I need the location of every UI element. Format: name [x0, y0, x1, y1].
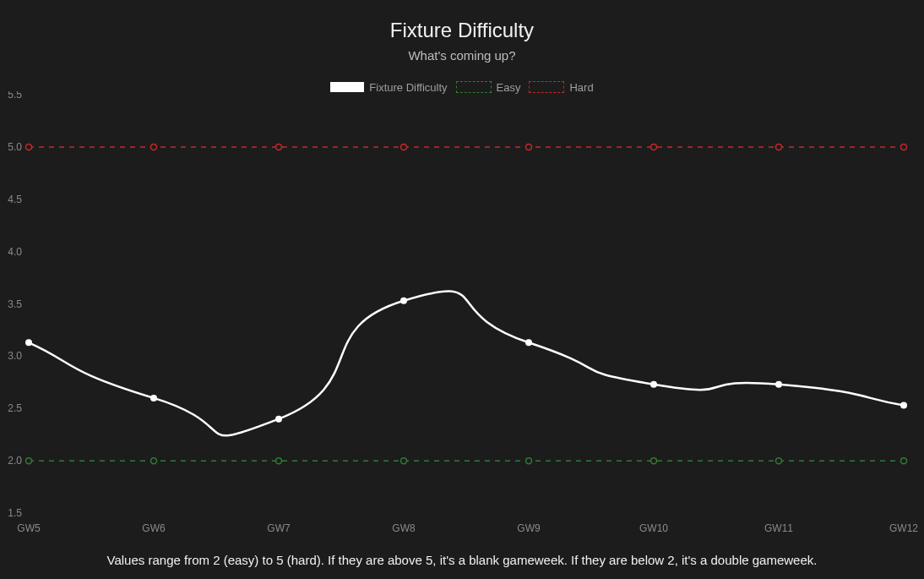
y-tick-label: 5.5 [8, 91, 22, 101]
data-point[interactable] [776, 144, 782, 150]
y-tick-label: 5.0 [8, 141, 22, 153]
data-point[interactable] [901, 144, 907, 150]
x-tick-label: GW12 [889, 522, 918, 534]
data-point[interactable] [650, 381, 657, 388]
data-point[interactable] [526, 458, 532, 464]
x-tick-label: GW5 [17, 522, 41, 534]
data-point[interactable] [525, 339, 532, 346]
x-tick-label: GW7 [267, 522, 291, 534]
data-point[interactable] [651, 144, 657, 150]
series-line [29, 291, 904, 435]
chart-title: Fixture Difficulty [0, 0, 924, 43]
x-tick-label: GW9 [517, 522, 541, 534]
data-point[interactable] [775, 381, 782, 388]
chart-panel: { "chart_data": { "type": "line", "title… [0, 0, 924, 579]
data-point[interactable] [275, 416, 282, 423]
y-tick-label: 2.0 [8, 455, 22, 467]
data-point[interactable] [526, 144, 532, 150]
data-point[interactable] [150, 395, 157, 401]
data-point[interactable] [25, 339, 32, 346]
data-point[interactable] [776, 458, 782, 464]
y-tick-label: 3.0 [8, 350, 22, 362]
data-point[interactable] [26, 458, 32, 464]
chart-caption: Values range from 2 (easy) to 5 (hard). … [0, 553, 924, 567]
chart-plot-area: 1.52.02.53.03.54.04.55.05.5GW5GW6GW7GW8G… [0, 91, 924, 540]
data-point[interactable] [401, 144, 407, 150]
x-tick-label: GW10 [639, 522, 668, 534]
data-point[interactable] [401, 458, 407, 464]
data-point[interactable] [276, 144, 282, 150]
chart-svg: 1.52.02.53.03.54.04.55.05.5GW5GW6GW7GW8G… [0, 91, 924, 540]
data-point[interactable] [151, 458, 157, 464]
chart-subtitle: What's coming up? [0, 48, 924, 63]
data-point[interactable] [151, 144, 157, 150]
data-point[interactable] [26, 144, 32, 150]
data-point[interactable] [651, 458, 657, 464]
x-tick-label: GW6 [142, 522, 166, 534]
data-point[interactable] [900, 402, 907, 409]
x-tick-label: GW11 [764, 522, 793, 534]
data-point[interactable] [901, 458, 907, 464]
data-point[interactable] [276, 458, 282, 464]
y-tick-label: 2.5 [8, 402, 22, 414]
y-tick-label: 4.0 [8, 246, 22, 258]
y-tick-label: 3.5 [8, 298, 22, 310]
data-point[interactable] [400, 298, 407, 304]
x-tick-label: GW8 [392, 522, 416, 534]
y-tick-label: 4.5 [8, 194, 22, 205]
y-tick-label: 1.5 [8, 507, 22, 519]
